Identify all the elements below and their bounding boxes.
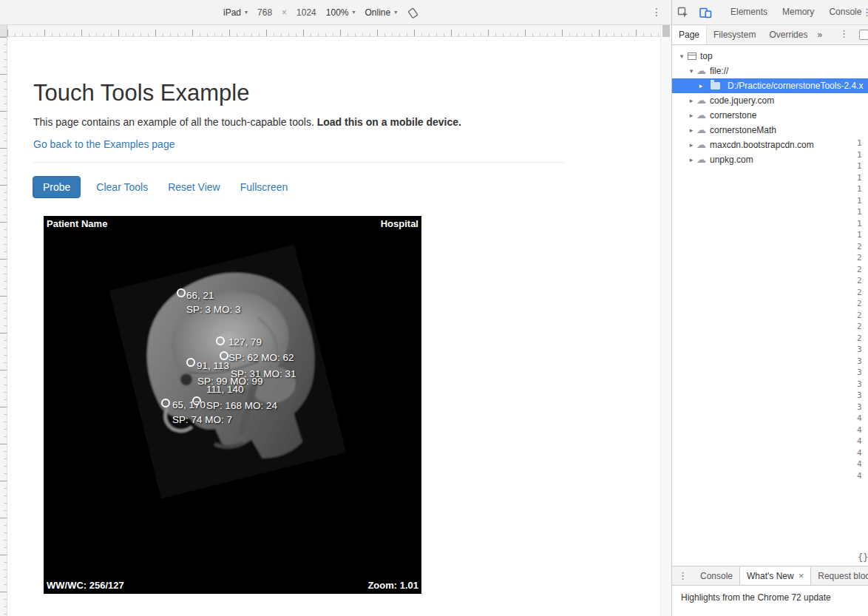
rotate-device-icon[interactable] bbox=[407, 7, 418, 18]
inspect-element-icon[interactable] bbox=[672, 7, 694, 18]
back-to-examples-link[interactable]: Go back to the Examples page bbox=[33, 138, 174, 150]
tab-elements[interactable]: Elements bbox=[723, 0, 775, 24]
drawer-tabs: ⋮ Console What's New × Request block bbox=[672, 566, 868, 586]
tree-item-label: top bbox=[700, 51, 713, 61]
zoom-label: 100% bbox=[326, 7, 349, 18]
sources-navigator-panel: Page Filesystem Overrides » ⋮ ▾ top ▾ ☁ … bbox=[671, 25, 868, 566]
devtools-toolbar: Elements Memory Console bbox=[671, 0, 868, 25]
device-toolbar-toggle-icon[interactable] bbox=[694, 7, 717, 18]
probe-handle[interactable] bbox=[161, 399, 170, 407]
expand-arrow-icon[interactable]: ▸ bbox=[697, 82, 705, 89]
tab-memory[interactable]: Memory bbox=[775, 0, 821, 24]
probe-handle[interactable] bbox=[177, 288, 186, 297]
probe-annotation: SP: 168 MO: 24 bbox=[206, 400, 277, 411]
overlay-patient-name: Patient Name bbox=[47, 218, 107, 229]
devtools-menu-icon[interactable]: ⋮ bbox=[862, 7, 868, 18]
tree-item-top[interactable]: ▾ top bbox=[672, 49, 868, 64]
cloud-icon: ☁ bbox=[696, 67, 706, 75]
devtools-drawer: ⋮ Console What's New × Request block Hig… bbox=[671, 566, 868, 616]
probe-annotation: 91, 113 bbox=[197, 360, 229, 371]
close-icon[interactable]: × bbox=[799, 567, 804, 585]
device-toolbar-menu-icon[interactable]: ⋮ bbox=[651, 6, 662, 18]
overlay-window-level: WW/WC: 256/127 bbox=[47, 580, 124, 591]
tree-item-label: unpkg.com bbox=[710, 155, 753, 165]
cloud-icon: ☁ bbox=[696, 112, 706, 119]
tab-page[interactable]: Page bbox=[672, 26, 707, 44]
intro-text: This page contains an example of all the… bbox=[33, 116, 461, 128]
reset-view-button[interactable]: Reset View bbox=[163, 177, 225, 197]
collapse-arrow-icon[interactable]: ▾ bbox=[688, 67, 695, 75]
more-tabs-icon[interactable]: » bbox=[814, 30, 825, 40]
tree-item-label: cornerstone bbox=[710, 110, 756, 121]
pretty-print-icon[interactable]: {} bbox=[858, 552, 868, 563]
tree-item-file-protocol[interactable]: ▾ ☁ file:// bbox=[672, 64, 868, 78]
editor-line-numbers: 111111111222222222333333444444 bbox=[857, 138, 868, 481]
vertical-ruler bbox=[0, 37, 7, 616]
navigator-menu-icon[interactable]: ⋮ bbox=[839, 28, 849, 39]
file-tree: ▾ top ▾ ☁ file:// ▸ D:/Practice/cornerst… bbox=[672, 45, 868, 167]
expand-arrow-icon[interactable]: ▸ bbox=[688, 112, 695, 119]
device-type-select[interactable]: iPad ▾ bbox=[223, 7, 248, 18]
dicom-viewer-canvas[interactable]: Patient Name Hospital WW/WC: 256/127 Zoo… bbox=[44, 216, 421, 594]
tree-item-label: code.jquery.com bbox=[710, 95, 774, 106]
tree-item-cornerstone[interactable]: ▸ ☁ cornerstone bbox=[672, 108, 868, 123]
probe-handle[interactable] bbox=[186, 358, 195, 367]
tree-item-label: cornerstoneMath bbox=[710, 125, 776, 135]
page-title: Touch Tools Example bbox=[33, 80, 249, 106]
tree-item-cornerstone-tools-folder[interactable]: ▸ D:/Practice/cornerstoneTools-2.4.x bbox=[672, 78, 868, 93]
tab-filesystem[interactable]: Filesystem bbox=[707, 26, 762, 44]
horizontal-ruler bbox=[7, 25, 660, 37]
probe-annotation: 111, 140 bbox=[206, 384, 244, 395]
tree-item-label: maxcdn.bootstrapcdn.com bbox=[710, 140, 814, 150]
device-type-label: iPad bbox=[223, 7, 241, 18]
cloud-icon: ☁ bbox=[696, 97, 706, 104]
network-throttle-select[interactable]: Online ▾ bbox=[365, 7, 398, 18]
divider bbox=[33, 162, 564, 163]
expand-arrow-icon[interactable]: ▸ bbox=[688, 141, 695, 149]
whats-new-headline: Highlights from the Chrome 72 update bbox=[672, 586, 868, 603]
probe-annotation: SP: 3 MO: 3 bbox=[186, 304, 241, 315]
expand-arrow-icon[interactable]: ▸ bbox=[688, 97, 695, 104]
probe-button[interactable]: Probe bbox=[33, 176, 81, 198]
expand-arrow-icon[interactable]: ▸ bbox=[688, 126, 695, 134]
chevron-down-icon: ▾ bbox=[245, 9, 248, 16]
device-height-field[interactable]: 1024 bbox=[296, 7, 316, 18]
navigator-tabs: Page Filesystem Overrides » ⋮ bbox=[672, 25, 868, 45]
emulated-viewport: Touch Tools Example This page contains a… bbox=[7, 37, 660, 616]
probe-handle[interactable] bbox=[216, 336, 225, 345]
probe-annotation: SP: 74 MO: 7 bbox=[172, 414, 232, 425]
fullscreen-button[interactable]: Fullscreen bbox=[236, 177, 293, 197]
cloud-icon: ☁ bbox=[696, 156, 706, 163]
tree-item-maxcdn[interactable]: ▸ ☁ maxcdn.bootstrapcdn.com bbox=[672, 138, 868, 152]
tree-item-unpkg[interactable]: ▸ ☁ unpkg.com bbox=[672, 152, 868, 167]
probe-annotation: 66, 21 bbox=[186, 290, 214, 301]
drawer-menu-icon[interactable]: ⋮ bbox=[672, 570, 694, 581]
probe-annotation: SP: 62 MO: 62 bbox=[228, 352, 294, 363]
drawer-tab-whats-new[interactable]: What's New × bbox=[739, 567, 811, 585]
tree-item-cornerstone-math[interactable]: ▸ ☁ cornerstoneMath bbox=[672, 123, 868, 138]
drawer-tab-request-blocking[interactable]: Request block bbox=[811, 567, 868, 585]
device-toolbar: iPad ▾ 768 × 1024 100% ▾ Online ▾ ⋮ bbox=[0, 0, 671, 25]
chevron-down-icon: ▾ bbox=[353, 9, 356, 16]
ruler-corner bbox=[0, 25, 7, 37]
tree-item-label: D:/Practice/cornerstoneTools-2.4.x bbox=[728, 81, 863, 91]
screen: iPad ▾ 768 × 1024 100% ▾ Online ▾ ⋮ bbox=[0, 0, 868, 616]
device-width-field[interactable]: 768 bbox=[257, 7, 272, 18]
clear-tools-button[interactable]: Clear Tools bbox=[92, 177, 152, 197]
collapse-arrow-icon[interactable]: ▾ bbox=[678, 53, 685, 60]
page-scrollbar[interactable] bbox=[660, 25, 671, 616]
expand-arrow-icon[interactable]: ▸ bbox=[688, 156, 695, 163]
tree-item-code-jquery[interactable]: ▸ ☁ code.jquery.com bbox=[672, 93, 868, 108]
tab-console[interactable]: Console bbox=[821, 0, 868, 24]
zoom-select[interactable]: 100% ▾ bbox=[326, 7, 356, 18]
frame-icon bbox=[688, 53, 696, 60]
folder-icon bbox=[711, 82, 720, 89]
tree-item-label: file:// bbox=[710, 66, 728, 76]
scrollbar-thumb[interactable] bbox=[662, 25, 670, 37]
network-throttle-label: Online bbox=[365, 7, 391, 18]
probe-annotation: 127, 79 bbox=[228, 336, 262, 348]
probe-handle[interactable] bbox=[220, 351, 228, 360]
probe-annotation: 65, 170 bbox=[172, 399, 206, 410]
tab-overrides[interactable]: Overrides bbox=[762, 26, 814, 44]
drawer-tab-console[interactable]: Console bbox=[694, 567, 739, 585]
